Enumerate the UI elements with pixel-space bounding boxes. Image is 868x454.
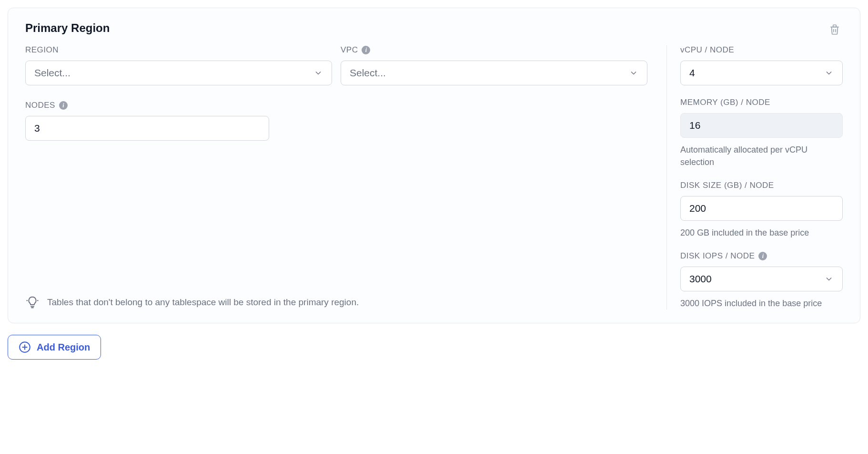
region-label: REGION xyxy=(25,45,59,55)
nodes-label-row: NODES i xyxy=(25,101,269,110)
chevron-down-icon xyxy=(824,274,834,284)
add-region-button[interactable]: Add Region xyxy=(8,335,101,360)
vcpu-label: vCPU / NODE xyxy=(680,45,734,55)
disk-size-value: 200 xyxy=(689,203,706,214)
vcpu-select[interactable]: 4 xyxy=(680,61,843,85)
disk-iops-value: 3000 xyxy=(689,273,712,285)
disk-size-input[interactable]: 200 xyxy=(680,196,843,221)
memory-value: 16 xyxy=(689,120,700,131)
left-column: REGION Select... VPC i Select... xyxy=(25,45,666,310)
disk-size-helper: 200 GB included in the base price xyxy=(680,227,843,239)
memory-label: MEMORY (GB) / NODE xyxy=(680,98,770,107)
lightbulb-icon xyxy=(25,295,40,310)
disk-iops-select[interactable]: 3000 xyxy=(680,267,843,291)
delete-region-button[interactable] xyxy=(827,21,843,39)
note-row: Tables that don't belong to any tablespa… xyxy=(25,276,647,310)
disk-iops-field: DISK IOPS / NODE i 3000 3000 IOPS includ… xyxy=(680,251,843,310)
info-icon[interactable]: i xyxy=(758,252,767,260)
disk-size-label: DISK SIZE (GB) / NODE xyxy=(680,181,774,190)
primary-region-card: Primary Region REGION Select... xyxy=(8,8,860,323)
chevron-down-icon xyxy=(824,68,834,78)
chevron-down-icon xyxy=(629,68,638,78)
vpc-value: Select... xyxy=(350,67,386,79)
nodes-label: NODES xyxy=(25,101,55,110)
disk-iops-helper: 3000 IOPS included in the base price xyxy=(680,297,843,310)
trash-icon xyxy=(828,23,841,36)
vpc-label: VPC xyxy=(341,45,358,55)
info-icon[interactable]: i xyxy=(362,46,370,54)
disk-size-field: DISK SIZE (GB) / NODE 200 200 GB include… xyxy=(680,181,843,239)
memory-input: 16 xyxy=(680,113,843,138)
vcpu-field: vCPU / NODE 4 xyxy=(680,45,843,85)
vpc-field: VPC i Select... xyxy=(341,45,647,85)
right-column: vCPU / NODE 4 MEMORY (GB) / NODE 16 Auto… xyxy=(666,45,843,310)
nodes-value: 3 xyxy=(34,123,40,134)
disk-iops-label-row: DISK IOPS / NODE i xyxy=(680,251,843,261)
field-row-top: REGION Select... VPC i Select... xyxy=(25,45,647,85)
memory-label-row: MEMORY (GB) / NODE xyxy=(680,98,843,107)
region-field: REGION Select... xyxy=(25,45,332,85)
memory-field: MEMORY (GB) / NODE 16 Automatically allo… xyxy=(680,98,843,168)
region-select[interactable]: Select... xyxy=(25,61,332,85)
disk-iops-label: DISK IOPS / NODE xyxy=(680,251,755,261)
card-header: Primary Region xyxy=(25,21,843,45)
plus-circle-icon xyxy=(19,341,31,353)
vpc-label-row: VPC i xyxy=(341,45,647,55)
vcpu-label-row: vCPU / NODE xyxy=(680,45,843,55)
info-icon[interactable]: i xyxy=(59,101,68,110)
card-title: Primary Region xyxy=(25,21,110,35)
primary-region-note: Tables that don't belong to any tablespa… xyxy=(47,297,359,308)
nodes-input[interactable]: 3 xyxy=(25,116,269,141)
chevron-down-icon xyxy=(313,68,323,78)
vpc-select[interactable]: Select... xyxy=(341,61,647,85)
nodes-field: NODES i 3 xyxy=(25,101,269,276)
vcpu-value: 4 xyxy=(689,67,695,79)
add-region-label: Add Region xyxy=(37,342,90,353)
region-label-row: REGION xyxy=(25,45,332,55)
content-row: REGION Select... VPC i Select... xyxy=(25,45,843,310)
region-value: Select... xyxy=(34,67,71,79)
memory-helper: Automatically allocated per vCPU selecti… xyxy=(680,144,843,168)
disk-size-label-row: DISK SIZE (GB) / NODE xyxy=(680,181,843,190)
